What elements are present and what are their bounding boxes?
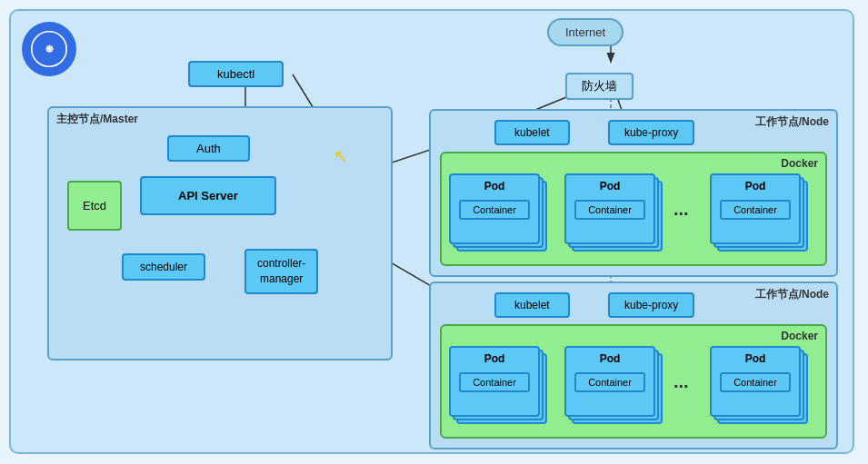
worker-top-label-text: 工作节点/Node <box>755 115 829 128</box>
kubectl-label: kubectl <box>217 67 254 81</box>
container-top-3: Container <box>720 200 791 220</box>
k8s-logo-svg: ⎈ <box>31 31 67 67</box>
master-label-text: 主控节点/Master <box>56 113 138 125</box>
pod-bottom-1-label: Pod <box>484 348 505 365</box>
internet-label: Internet <box>547 18 624 46</box>
internet-text: Internet <box>565 25 605 39</box>
auth-label: Auth <box>196 142 221 155</box>
controller-manager-box: controller- manager <box>244 249 318 294</box>
kube-proxy-bottom: kube-proxy <box>608 292 694 318</box>
kubelet-top: kubelet <box>494 120 570 145</box>
internet-cloud: Internet <box>547 18 624 46</box>
container-bottom-1: Container <box>459 372 530 392</box>
pod-top-2: Pod Container <box>564 173 664 255</box>
worker-node-bottom: 工作节点/Node kubelet kube-proxy Docker Pod <box>429 281 838 449</box>
container-bottom-2: Container <box>574 372 645 392</box>
pod-bottom-3: Pod Container <box>710 346 810 428</box>
svg-text:⎈: ⎈ <box>45 41 54 55</box>
docker-bottom-label: Docker <box>781 330 818 342</box>
pod-bottom-2-label: Pod <box>600 348 621 365</box>
api-server-label: API Server <box>178 189 238 202</box>
docker-bottom-label-text: Docker <box>781 330 818 342</box>
controller-label: controller- manager <box>257 257 305 285</box>
auth-box: Auth <box>167 135 250 162</box>
pod-top-1: Pod Container <box>449 173 549 255</box>
dots-top: ... <box>673 199 689 220</box>
pod-top-3: Pod Container <box>710 173 810 255</box>
worker-top-label: 工作节点/Node <box>755 114 829 130</box>
worker-bottom-label: 工作节点/Node <box>755 287 829 302</box>
container-bottom-3: Container <box>720 372 791 392</box>
docker-top-label: Docker <box>781 157 818 170</box>
pod-top-2-label: Pod <box>600 175 621 193</box>
kubelet-top-label: kubelet <box>514 126 550 139</box>
kubelet-bottom-label: kubelet <box>514 299 550 311</box>
pod-bottom-3-label: Pod <box>745 348 766 365</box>
pod-bottom-1: Pod Container <box>449 346 549 428</box>
kubectl-box: kubectl <box>188 61 284 87</box>
container-top-2: Container <box>574 200 645 220</box>
docker-bottom: Docker Pod Container <box>440 324 827 439</box>
kube-proxy-bottom-label: kube-proxy <box>624 299 678 311</box>
pod-bottom-2: Pod Container <box>564 346 664 428</box>
scheduler-box: scheduler <box>122 253 205 281</box>
master-node: 主控节点/Master Auth API Server Etcd schedul… <box>47 106 393 360</box>
docker-top-label-text: Docker <box>781 157 818 170</box>
dots-bottom: ... <box>673 371 689 392</box>
main-diagram: ⎈ Internet 防火墙 kubectl ↖ 主控节点/Master Aut… <box>9 9 854 454</box>
firewall-label: 防火墙 <box>582 79 617 93</box>
etcd-box: Etcd <box>67 181 122 231</box>
kubelet-bottom: kubelet <box>494 292 570 318</box>
worker-node-top: 工作节点/Node kubelet kube-proxy Docker Pod <box>429 109 838 277</box>
worker-bottom-label-text: 工作节点/Node <box>755 288 829 301</box>
etcd-label: Etcd <box>83 199 106 212</box>
container-top-1: Container <box>459 200 530 220</box>
kube-proxy-top: kube-proxy <box>608 120 694 145</box>
api-server-box: API Server <box>140 176 276 215</box>
firewall-box: 防火墙 <box>565 73 634 100</box>
pod-top-1-label: Pod <box>484 175 505 193</box>
master-label: 主控节点/Master <box>56 112 138 127</box>
pod-top-3-label: Pod <box>745 175 766 193</box>
cursor-indicator: ↖ <box>334 145 349 167</box>
scheduler-label: scheduler <box>140 261 187 273</box>
docker-top: Docker Pod Container <box>440 152 827 266</box>
kube-proxy-top-label: kube-proxy <box>624 126 678 139</box>
k8s-logo: ⎈ <box>22 22 76 76</box>
